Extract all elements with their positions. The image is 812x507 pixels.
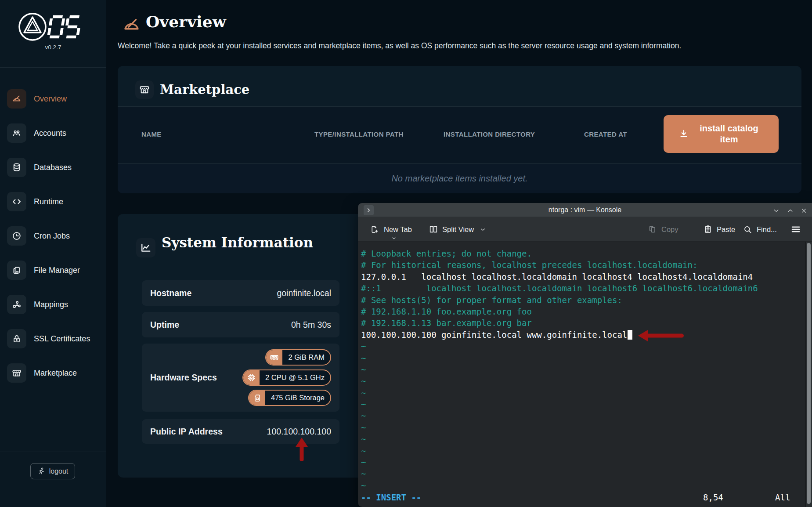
- welcome-text: Welcome! Take a quick peek at your insta…: [118, 41, 759, 51]
- konsole-window-title: ntorga : vim — Konsole: [358, 203, 812, 217]
- sidebar-item-ssl-certificates[interactable]: SSL Certificates: [7, 322, 99, 356]
- vim-block-cursor: [628, 330, 632, 340]
- terminal-line: 127.0.0.1 localhost localhost.localdomai…: [361, 271, 758, 282]
- column-header: NAME: [141, 130, 162, 138]
- minimize-icon[interactable]: [772, 206, 780, 215]
- sidebar: v0.2.7 Overview Accounts Databases Runti…: [0, 0, 106, 507]
- public-ip-row: Public IP Address 100.100.100.100: [142, 419, 339, 444]
- terminal-area[interactable]: # Loopback entries; do not change.# For …: [358, 242, 812, 507]
- new-tab-dropdown-chevron-icon[interactable]: [391, 235, 397, 241]
- sidebar-item-label: Marketplace: [34, 369, 77, 378]
- close-icon[interactable]: [799, 206, 808, 215]
- column-header: CREATED AT: [584, 130, 627, 138]
- storefront-icon: [7, 363, 26, 383]
- vim-mode-indicator: -- INSERT --: [361, 492, 421, 503]
- logout-icon: [37, 467, 46, 475]
- sidebar-item-databases[interactable]: Databases: [7, 150, 99, 185]
- hardware-badge-label: 2 CPU @ 5.1 GHz: [260, 370, 330, 385]
- vim-tilde-line: ~: [361, 456, 758, 468]
- vim-tilde-line: ~: [361, 422, 758, 433]
- vim-tilde-line: ~: [361, 364, 758, 375]
- hardware-badges: 2 GiB RAM 2 CPU @ 5.1 GHz 475 GiB Storag…: [242, 349, 331, 406]
- storage-icon: [249, 391, 265, 405]
- konsole-window: ntorga : vim — Konsole New Tab Spli: [358, 203, 812, 507]
- hardware-specs-label: Hardware Specs: [150, 373, 217, 383]
- column-header: TYPE/INSTALLATION PATH: [314, 130, 404, 138]
- terminal-scrollbar-thumb[interactable]: [807, 243, 811, 504]
- install-catalog-item-label: install catalog item: [694, 123, 764, 145]
- sidebar-item-label: Overview: [34, 94, 67, 104]
- find-label: Find...: [757, 225, 777, 234]
- paste-button[interactable]: Paste: [703, 217, 735, 242]
- vim-tilde-line: ~: [361, 480, 758, 491]
- sidebar-item-mappings[interactable]: Mappings: [7, 287, 99, 322]
- maximize-icon[interactable]: [786, 206, 794, 215]
- konsole-toolbar: New Tab Split View Copy Paste Find...: [358, 217, 812, 242]
- gauge-icon: [7, 89, 26, 109]
- terminal-buffer: # Loopback entries; do not change.# For …: [361, 248, 758, 491]
- cpu-icon: [243, 370, 260, 385]
- hamburger-menu-button[interactable]: [790, 217, 801, 242]
- install-catalog-item-button[interactable]: install catalog item: [664, 115, 779, 153]
- code-icon: [7, 192, 26, 211]
- sidebar-item-label: SSL Certificates: [34, 334, 90, 344]
- red-arrow-left-annotation: [638, 330, 685, 342]
- clock-icon: [7, 226, 26, 246]
- database-icon: [7, 158, 26, 177]
- sidebar-item-cron-jobs[interactable]: Cron Jobs: [7, 219, 99, 253]
- sidebar-item-file-manager[interactable]: File Manager: [7, 253, 99, 287]
- split-view-button[interactable]: Split View: [429, 217, 486, 242]
- hardware-badge: 475 GiB Storage: [248, 390, 331, 406]
- copy-button[interactable]: Copy: [648, 217, 678, 242]
- find-button[interactable]: Find...: [743, 217, 777, 242]
- users-icon: [7, 123, 26, 143]
- sidebar-item-overview[interactable]: Overview: [7, 82, 99, 116]
- terminal-scrollbar-track[interactable]: [805, 242, 812, 507]
- terminal-line: # See hosts(5) for proper format and oth…: [361, 294, 758, 306]
- line-chart-icon: [136, 238, 155, 257]
- public-ip-value: 100.100.100.100: [267, 427, 331, 437]
- ram-icon: [266, 350, 282, 365]
- vim-tilde-line: ~: [361, 387, 758, 398]
- terminal-line: 100.100.100.100 goinfinite.local www.goi…: [361, 329, 758, 340]
- marketplace-card: Marketplace NAMETYPE/INSTALLATION PATHIN…: [118, 66, 801, 193]
- sidebar-item-accounts[interactable]: Accounts: [7, 116, 99, 150]
- vim-tilde-line: ~: [361, 375, 758, 387]
- mappings-icon: [7, 295, 26, 314]
- sidebar-item-runtime[interactable]: Runtime: [7, 185, 99, 219]
- copy-label: Copy: [661, 225, 678, 234]
- new-tab-button[interactable]: New Tab: [370, 217, 412, 242]
- sidebar-item-marketplace[interactable]: Marketplace: [7, 356, 99, 390]
- lock-icon: [7, 329, 26, 348]
- vim-tilde-line: ~: [361, 410, 758, 421]
- hardware-badge: 2 GiB RAM: [265, 349, 331, 366]
- split-view-label: Split View: [442, 225, 474, 234]
- app-version: v0.2.7: [0, 44, 106, 51]
- vim-scroll-indicator: All: [775, 492, 790, 503]
- uptime-value: 0h 5m 30s: [291, 320, 331, 330]
- marketplace-title: Marketplace: [160, 82, 249, 97]
- vim-tilde-line: ~: [361, 352, 758, 364]
- terminal-line: # 192.168.1.13 bar.example.org bar: [361, 317, 758, 329]
- red-arrow-up-annotation: [295, 438, 308, 461]
- new-tab-label: New Tab: [384, 225, 412, 234]
- file-manager-icon: [7, 261, 26, 280]
- sidebar-divider-bottom: [0, 452, 106, 452]
- vim-tilde-line: ~: [361, 445, 758, 456]
- logout-button[interactable]: logout: [30, 463, 75, 479]
- page-title: Overview: [146, 12, 226, 31]
- vim-cursor-position: 8,54: [703, 492, 723, 503]
- paste-label: Paste: [717, 225, 735, 234]
- public-ip-label: Public IP Address: [150, 427, 223, 437]
- sidebar-nav: Overview Accounts Databases Runtime Cron…: [7, 82, 99, 390]
- search-icon: [743, 225, 753, 235]
- copy-icon: [648, 225, 657, 234]
- sidebar-item-label: Runtime: [34, 197, 63, 206]
- sidebar-item-label: Databases: [34, 163, 72, 172]
- logout-label: logout: [49, 467, 69, 475]
- chevron-right-icon[interactable]: [364, 205, 374, 215]
- sidebar-item-label: File Manager: [34, 266, 80, 275]
- split-view-chevron-icon: [480, 226, 486, 233]
- marketplace-empty-state: No marketplace items installed yet.: [118, 164, 801, 193]
- konsole-titlebar[interactable]: ntorga : vim — Konsole: [358, 203, 812, 217]
